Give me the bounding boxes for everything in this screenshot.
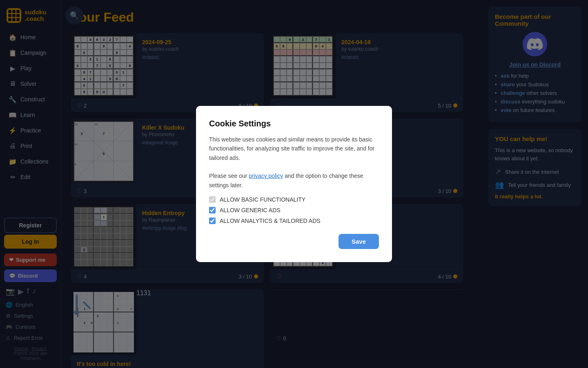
cookie-analytics-checkbox[interactable]	[209, 218, 216, 224]
cookie-option-basic[interactable]: ALLOW BASIC FUNCTIONALITY	[209, 196, 379, 203]
cookie-options: ALLOW BASIC FUNCTIONALITY ALLOW GENERIC …	[209, 196, 379, 224]
cookie-modal-title: Cookie Settings	[209, 119, 379, 128]
privacy-policy-link[interactable]: privacy policy	[249, 173, 283, 179]
cookie-save-button[interactable]: Save	[339, 234, 379, 249]
cookie-option-generic[interactable]: ALLOW GENERIC ADS	[209, 207, 379, 213]
cookie-basic-checkbox[interactable]	[209, 196, 216, 203]
cookie-modal: Cookie Settings This website uses cookie…	[196, 106, 392, 262]
cookie-modal-body: This website uses cookies and similar me…	[209, 135, 379, 190]
cookie-generic-checkbox[interactable]	[209, 207, 216, 213]
cookie-option-analytics[interactable]: ALLOW ANALYTICS & TAILORED ADS	[209, 218, 379, 224]
cookie-modal-overlay: Cookie Settings This website uses cookie…	[0, 0, 588, 368]
